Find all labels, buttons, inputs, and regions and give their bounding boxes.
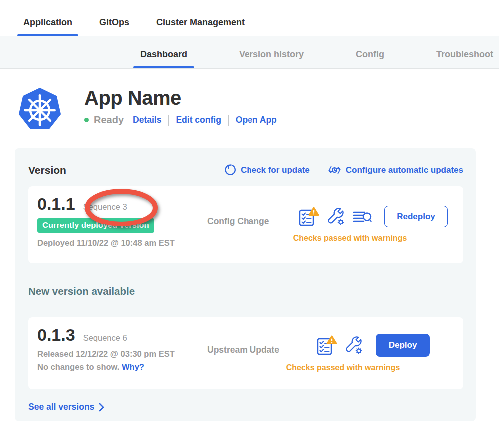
check-for-update-label: Check for update xyxy=(241,165,310,175)
auto-update-schedule-icon xyxy=(328,163,341,177)
page-title: App Name xyxy=(84,87,277,109)
redeploy-button[interactable]: Redeploy xyxy=(384,206,448,227)
view-diff-icon[interactable] xyxy=(353,208,372,225)
deployed-timestamp: Deployed 11/10/22 @ 10:48 am EST xyxy=(37,238,207,248)
edit-config-link[interactable]: Edit config xyxy=(176,115,221,125)
config-wrench-icon[interactable] xyxy=(326,207,345,226)
released-timestamp: Released 12/12/22 @ 03:30 pm EST xyxy=(37,349,207,359)
preflight-checks-icon[interactable] xyxy=(316,335,337,356)
refresh-icon xyxy=(224,164,236,176)
available-version-sequence: Sequence 6 xyxy=(83,333,127,343)
available-version-number: 0.1.3 xyxy=(37,325,75,345)
app-header: App Name Ready Details Edit config Open … xyxy=(17,87,499,134)
no-changes-line: No changes to show. Why? xyxy=(37,362,207,372)
see-all-versions-label: See all versions xyxy=(28,402,94,412)
top-nav-item-application[interactable]: Application xyxy=(22,17,73,36)
why-link[interactable]: Why? xyxy=(122,362,144,371)
checks-status-current: Checks passed with warnings xyxy=(293,234,407,243)
check-for-update-link[interactable]: Check for update xyxy=(224,164,310,176)
top-nav-item-cluster-management[interactable]: Cluster Management xyxy=(155,17,246,36)
current-version-card: 0.1.1 Sequence 3 Currently deployed vers… xyxy=(28,186,463,263)
current-version-sequence: Sequence 3 xyxy=(83,202,127,212)
available-version-card: 0.1.3 Sequence 6 Released 12/12/22 @ 03:… xyxy=(28,317,463,389)
preflight-checks-icon[interactable] xyxy=(298,206,319,227)
kubernetes-logo-icon xyxy=(17,87,62,134)
open-app-link[interactable]: Open App xyxy=(236,115,277,125)
configure-automatic-updates-link[interactable]: Configure automatic updates xyxy=(328,163,463,177)
deploy-button[interactable]: Deploy xyxy=(376,334,430,357)
version-section-title: Version xyxy=(28,164,66,176)
see-all-versions-link[interactable]: See all versions xyxy=(28,402,463,412)
no-changes-text: No changes to show. xyxy=(37,362,119,371)
top-nav: Application GitOps Cluster Management xyxy=(0,0,499,36)
status-dot-icon xyxy=(84,118,89,122)
status-badge: Ready xyxy=(94,114,124,126)
top-nav-item-gitops[interactable]: GitOps xyxy=(98,17,130,36)
tab-dashboard[interactable]: Dashboard xyxy=(139,49,188,68)
available-version-source: Upstream Update xyxy=(207,345,291,355)
checks-status-available: Checks passed with warnings xyxy=(286,363,400,372)
divider xyxy=(228,115,229,126)
version-panel: Version Check for update xyxy=(15,148,476,421)
current-version-number: 0.1.1 xyxy=(37,194,75,214)
new-version-heading: New version available xyxy=(28,285,463,297)
tab-troubleshoot[interactable]: Troubleshoot xyxy=(435,49,494,68)
configure-automatic-updates-label: Configure automatic updates xyxy=(346,165,463,175)
app-sub-nav: Dashboard Version history Config Trouble… xyxy=(0,36,499,69)
chevron-right-icon xyxy=(99,403,104,412)
config-wrench-icon[interactable] xyxy=(344,336,363,355)
currently-deployed-badge: Currently deployed version xyxy=(37,218,154,233)
details-link[interactable]: Details xyxy=(133,115,161,125)
tab-version-history[interactable]: Version history xyxy=(238,49,305,68)
tab-config[interactable]: Config xyxy=(355,49,385,68)
divider xyxy=(168,115,169,126)
current-version-source: Config Change xyxy=(207,216,291,226)
